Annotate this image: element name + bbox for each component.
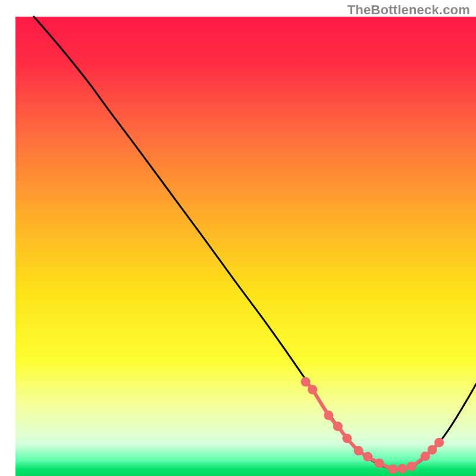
marker-sweet-spot-markers — [363, 452, 372, 462]
marker-sweet-spot-markers — [301, 377, 311, 387]
marker-sweet-spot-markers — [434, 438, 444, 447]
marker-sweet-spot-markers — [407, 462, 416, 471]
marker-sweet-spot-markers — [374, 458, 384, 468]
bottleneck-chart — [0, 0, 476, 476]
marker-sweet-spot-markers — [389, 464, 398, 474]
marker-sweet-spot-markers — [354, 446, 364, 456]
marker-sweet-spot-markers — [397, 464, 407, 474]
marker-sweet-spot-markers — [427, 445, 437, 455]
marker-sweet-spot-markers — [308, 385, 317, 394]
marker-sweet-spot-markers — [342, 434, 352, 443]
chart-background — [15, 17, 476, 476]
marker-sweet-spot-markers — [324, 411, 333, 420]
marker-sweet-spot-markers — [333, 422, 343, 431]
